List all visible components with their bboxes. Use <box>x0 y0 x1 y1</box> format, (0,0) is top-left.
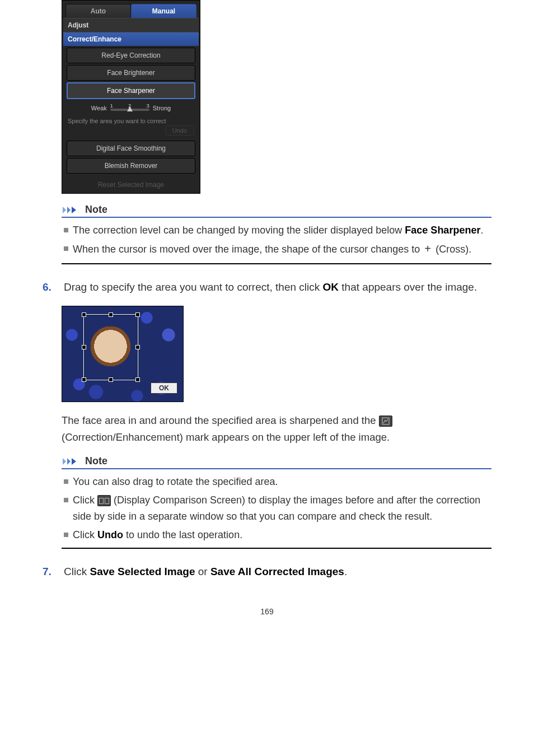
note-label: Note <box>85 455 107 467</box>
subtab-adjust[interactable]: Adjust <box>63 18 199 32</box>
slider-strong-label: Strong <box>153 105 171 111</box>
note2-item3: Click Undo to undo the last operation. <box>64 527 491 543</box>
step-7-text: Click Save Selected Image or Save All Co… <box>64 563 347 580</box>
note-box-1: Note The correction level can be changed… <box>62 204 491 264</box>
after-photo-text: The face area in and around the specifie… <box>62 412 491 445</box>
note-box-2: Note You can also drag to rotate the spe… <box>62 455 491 548</box>
subtab-correct-enhance[interactable]: Correct/Enhance <box>63 32 199 46</box>
tab-auto[interactable]: Auto <box>65 4 131 18</box>
option-face-sharpener[interactable]: Face Sharpener <box>67 82 195 99</box>
example-photo: OK <box>62 306 184 402</box>
panel-hint: Specify the area you want to correct <box>63 115 199 125</box>
option-blemish-remover[interactable]: Blemish Remover <box>67 158 195 174</box>
page-number: 169 <box>0 607 534 616</box>
correction-mark-icon <box>379 416 392 427</box>
step-number: 7. <box>43 563 58 580</box>
note-arrows-icon <box>62 456 82 466</box>
step-6: 6. Drag to specify the area you want to … <box>43 279 491 296</box>
note1-item2: When the cursor is moved over the image,… <box>64 241 491 259</box>
ok-button[interactable]: OK <box>151 382 177 394</box>
option-red-eye-correction[interactable]: Red-Eye Correction <box>67 48 195 63</box>
step-7: 7. Click Save Selected Image or Save All… <box>43 563 491 580</box>
selection-rectangle[interactable] <box>83 314 138 380</box>
display-comparison-icon <box>97 495 111 506</box>
tab-manual[interactable]: Manual <box>131 4 196 18</box>
note-arrows-icon <box>62 205 82 215</box>
step-number: 6. <box>43 279 58 296</box>
step-6-text: Drag to specify the area you want to cor… <box>64 279 477 296</box>
note1-item1: The correction level can be changed by m… <box>64 222 491 239</box>
cross-cursor-icon: + <box>423 241 433 259</box>
reset-selected-image-button[interactable]: Reset Selected Image <box>63 175 199 192</box>
note2-item2: Click (Display Comparison Screen) to dis… <box>64 492 491 525</box>
correct-enhance-panel: Auto Manual Adjust Correct/Enhance Red-E… <box>62 0 200 194</box>
slider-thumb[interactable] <box>127 106 133 111</box>
option-face-brightener[interactable]: Face Brightener <box>67 65 195 81</box>
sharpener-slider[interactable]: Weak 1 2 3 Strong <box>63 101 199 115</box>
option-digital-face-smoothing[interactable]: Digital Face Smoothing <box>67 141 195 156</box>
note2-item1: You can also drag to rotate the specifie… <box>64 474 491 490</box>
slider-weak-label: Weak <box>91 105 107 111</box>
note-label: Note <box>85 204 107 216</box>
undo-button[interactable]: Undo <box>165 125 194 136</box>
